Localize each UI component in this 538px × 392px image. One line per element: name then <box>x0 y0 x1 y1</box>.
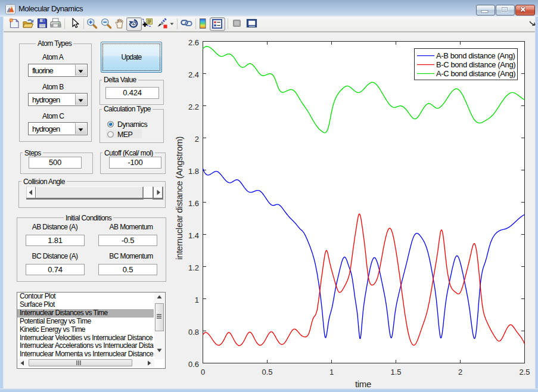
svg-text:0.8: 0.8 <box>188 328 199 337</box>
svg-text:1.5: 1.5 <box>390 368 401 377</box>
svg-text:A-C bond distance (Ang): A-C bond distance (Ang) <box>436 69 515 78</box>
svg-text:2.6: 2.6 <box>188 38 199 47</box>
svg-text:2.4: 2.4 <box>188 70 199 79</box>
svg-text:2.2: 2.2 <box>188 102 199 111</box>
svg-text:1.8: 1.8 <box>188 167 199 176</box>
svg-text:1.6: 1.6 <box>188 199 199 208</box>
svg-text:1: 1 <box>195 295 199 304</box>
svg-text:2.5: 2.5 <box>519 368 530 377</box>
svg-text:time: time <box>355 379 371 389</box>
svg-text:internuclear distance (Angstro: internuclear distance (Angstrom) <box>174 136 184 260</box>
svg-text:1.2: 1.2 <box>188 263 199 272</box>
svg-text:0: 0 <box>201 368 205 377</box>
svg-text:2: 2 <box>458 368 462 377</box>
svg-text:A-B bond distance (Ang): A-B bond distance (Ang) <box>436 51 515 60</box>
svg-text:0.6: 0.6 <box>188 360 199 369</box>
svg-text:B-C bond distance (Ang): B-C bond distance (Ang) <box>436 60 515 69</box>
svg-text:1.4: 1.4 <box>188 231 199 240</box>
svg-text:2: 2 <box>195 135 199 144</box>
svg-text:0.5: 0.5 <box>262 368 272 377</box>
svg-text:1: 1 <box>329 368 334 377</box>
